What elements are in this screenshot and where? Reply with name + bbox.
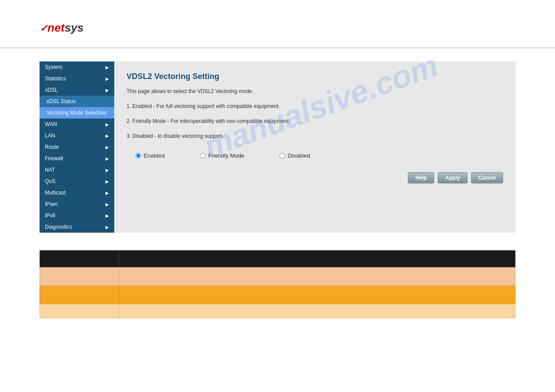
- sidebar-item-multicast-arrow: ▶: [105, 191, 109, 195]
- sidebar-item-ipsec-arrow: ▶: [105, 202, 109, 207]
- radio-disabled-label: Disabled: [288, 152, 310, 159]
- logo-mark: ✓ net sys: [40, 21, 83, 35]
- table-row3-col2: [119, 304, 515, 318]
- bottom-table: [40, 250, 515, 318]
- sidebar-item-wan-arrow: ▶: [105, 122, 109, 127]
- cancel-button[interactable]: Cancel: [471, 172, 503, 183]
- sidebar-item-diagnostics-arrow: ▶: [105, 225, 109, 230]
- table-row3-col1: [40, 304, 119, 318]
- sidebar-item-diagnostics[interactable]: Diagnostics ▶: [40, 221, 114, 233]
- table-row-1: [40, 267, 515, 286]
- sidebar-item-vectoring-label: Vectoring Mode Selection: [47, 110, 106, 116]
- sidebar-item-firewall-arrow: ▶: [105, 156, 109, 161]
- logo-net-text: net: [47, 21, 65, 35]
- sidebar-item-xdsl-arrow: ▶: [105, 88, 109, 93]
- table-row-2: [40, 286, 515, 304]
- sidebar-item-xdsl[interactable]: xDSL ▶: [40, 84, 114, 96]
- bottom-table-container: [0, 250, 555, 318]
- sidebar-item-statistics-label: Statistics: [45, 76, 66, 82]
- sidebar-item-nat-label: NAT: [45, 167, 55, 173]
- radio-friendly-label: Friendly Mode: [208, 152, 244, 159]
- sidebar-item-lan-label: LAN: [45, 133, 55, 139]
- table-row-header: [40, 251, 515, 267]
- logo-checkmark: ✓: [40, 23, 47, 34]
- logo-sys-text: sys: [65, 21, 83, 35]
- radio-group: Enabled Friendly Mode Disabled: [127, 152, 503, 159]
- radio-enabled-label: Enabled: [144, 152, 165, 159]
- sidebar-item-lan-arrow: ▶: [105, 133, 109, 138]
- apply-button[interactable]: Apply: [438, 172, 467, 183]
- sidebar-item-system-label: System: [45, 64, 62, 70]
- sidebar-item-lan[interactable]: LAN ▶: [40, 130, 114, 141]
- sidebar-item-ipsec-label: IPsec: [45, 201, 58, 207]
- content-description: This page allows to select the VDSL2 Vec…: [127, 88, 503, 139]
- sidebar-item-diagnostics-label: Diagnostics: [45, 224, 72, 230]
- table-row1-col1: [40, 267, 119, 286]
- sidebar-item-ipsec[interactable]: IPsec ▶: [40, 198, 114, 210]
- sidebar-item-nat-arrow: ▶: [105, 168, 109, 173]
- sidebar-item-wan-label: WAN: [45, 121, 57, 127]
- table-row2-col1: [40, 286, 119, 304]
- sidebar: System ▶ Statistics ▶ xDSL ▶ xDSL Status…: [40, 61, 114, 233]
- desc-intro: This page allows to select the VDSL2 Vec…: [127, 88, 503, 94]
- sidebar-item-statistics-arrow: ▶: [105, 76, 109, 81]
- sidebar-item-nat[interactable]: NAT ▶: [40, 164, 114, 176]
- sidebar-item-qos-label: QoS: [45, 178, 55, 184]
- header: ✓ net sys: [0, 0, 555, 48]
- sidebar-item-system[interactable]: System ▶: [40, 61, 114, 73]
- sidebar-item-wan[interactable]: WAN ▶: [40, 119, 114, 130]
- sidebar-item-statistics[interactable]: Statistics ▶: [40, 73, 114, 84]
- sidebar-item-xdsl-label: xDSL: [45, 87, 58, 93]
- sidebar-item-system-arrow: ▶: [105, 65, 109, 70]
- radio-option-enabled[interactable]: Enabled: [135, 152, 165, 159]
- table-header-col2: [119, 251, 515, 267]
- table-row-3: [40, 304, 515, 318]
- radio-option-disabled[interactable]: Disabled: [279, 152, 310, 159]
- sidebar-item-firewall-label: Firewall: [45, 155, 63, 162]
- sidebar-item-firewall[interactable]: Firewall ▶: [40, 153, 114, 164]
- sidebar-item-route[interactable]: Route ▶: [40, 141, 114, 153]
- sidebar-item-ipv6[interactable]: IPv6 ▶: [40, 210, 114, 221]
- content-panel: VDSL2 Vectoring Setting This page allows…: [114, 61, 515, 233]
- button-bar: Help Apply Cancel: [127, 172, 503, 183]
- logo: ✓ net sys: [40, 21, 83, 35]
- sidebar-item-ipv6-arrow: ▶: [105, 213, 109, 218]
- sidebar-item-ipv6-label: IPv6: [45, 212, 55, 219]
- sidebar-item-multicast[interactable]: Multicast ▶: [40, 187, 114, 198]
- radio-friendly-input[interactable]: [200, 153, 206, 158]
- sidebar-item-qos[interactable]: QoS ▶: [40, 176, 114, 187]
- desc-1: 1. Enabled - For full vectoring support …: [127, 103, 503, 109]
- radio-option-friendly[interactable]: Friendly Mode: [200, 152, 244, 159]
- desc-3: 3. Disabled - to disable vectoring suppo…: [127, 133, 503, 139]
- help-button[interactable]: Help: [408, 172, 434, 183]
- radio-enabled-input[interactable]: [135, 153, 141, 158]
- sidebar-item-qos-arrow: ▶: [105, 179, 109, 184]
- sidebar-item-vectoring-mode[interactable]: Vectoring Mode Selection: [40, 107, 114, 119]
- sidebar-item-xdsl-status-label: xDSL Status: [47, 98, 76, 104]
- page-title: VDSL2 Vectoring Setting: [127, 72, 503, 81]
- table-header-col1: [40, 251, 119, 267]
- radio-disabled-input[interactable]: [279, 153, 285, 158]
- sidebar-item-xdsl-status[interactable]: xDSL Status: [40, 96, 114, 107]
- sidebar-item-route-label: Route: [45, 144, 59, 150]
- table-row1-col2: [119, 267, 515, 286]
- sidebar-item-route-arrow: ▶: [105, 145, 109, 150]
- desc-2: 2. Friendly Mode - For interoperability …: [127, 118, 503, 124]
- main-content: System ▶ Statistics ▶ xDSL ▶ xDSL Status…: [0, 48, 555, 246]
- sidebar-item-multicast-label: Multicast: [45, 190, 65, 196]
- table-row2-col2: [119, 286, 515, 304]
